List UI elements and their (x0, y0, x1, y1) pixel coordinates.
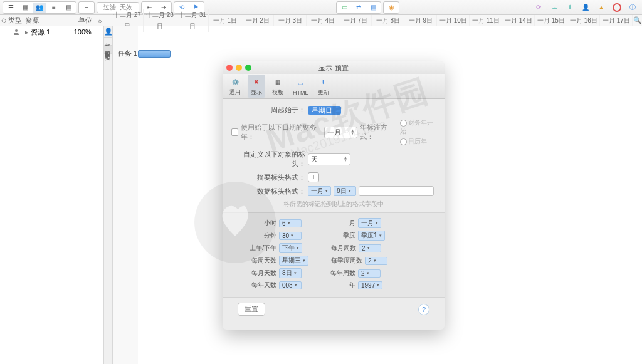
col-util-header[interactable]: ⟐ (96, 17, 104, 24)
date-cell: 一月 4日 (307, 15, 339, 26)
html-icon: ▭ (294, 77, 307, 90)
date-cell: 一月 2日 (241, 15, 274, 26)
date-cell: 一月 3日 (274, 15, 307, 26)
view-people-icon[interactable]: 👥 (33, 3, 46, 13)
side-tab-header (104, 15, 111, 26)
token-month[interactable]: 一月▾ (358, 218, 381, 228)
date-cell: 一月 17日 (600, 15, 633, 26)
custom-scale-select[interactable]: 天▲▼ (308, 153, 350, 165)
shuffle-icon[interactable]: ⇄ (352, 3, 366, 13)
col-resource-header[interactable]: 资源 (24, 16, 71, 25)
week-start-select[interactable]: 星期日 (308, 106, 341, 115)
date-cell: 一月 14日 (502, 15, 535, 26)
token-monthweek[interactable]: 2▾ (359, 244, 381, 252)
sync-icon[interactable]: ⟳ (532, 3, 545, 13)
week-start-label: 周起始于： (231, 105, 305, 115)
stack-icon[interactable]: ▤ (366, 3, 380, 13)
token-hour[interactable]: 6▾ (279, 219, 302, 227)
view-switcher: ☰ ▦ 👥 ≡ ▤ (3, 1, 76, 14)
date-cell: 一月 11日 (470, 15, 502, 26)
format-tokens-grid: 小时 6▾ 月 一月▾ 分钟 30▾ 季度 季度1▾ 上午/下午 下午▾ 每月周… (223, 212, 445, 298)
add-summary-format-button[interactable]: + (308, 172, 319, 182)
tab-templates[interactable]: ▦ 模板 (269, 75, 287, 98)
data-format-day[interactable]: 8日▾ (334, 186, 356, 196)
token-ampm[interactable]: 下午▾ (279, 243, 302, 253)
radio-fiscal[interactable]: 财务年开始 (400, 118, 436, 136)
tab-display[interactable]: ✖︎ 显示 (248, 75, 265, 98)
cloud-download-icon[interactable]: ☁ (547, 3, 561, 13)
gear-icon: ⚙️ (229, 76, 241, 88)
fiscal-checkbox[interactable] (231, 128, 238, 136)
token-monthday[interactable]: 8日▾ (279, 268, 302, 278)
resource-row[interactable]: ▸ 资源 1 100% (0, 26, 103, 38)
modal-title: 显示 预置 (223, 63, 445, 73)
data-format-input[interactable] (359, 186, 434, 196)
resource-unit: 100% (71, 28, 95, 36)
data-format-label: 数据标头格式： (231, 187, 305, 196)
warning-icon[interactable]: ▲ (594, 3, 608, 13)
token-yearweek[interactable]: 2▾ (358, 269, 381, 278)
col-unit-header[interactable]: 单位 (71, 16, 95, 25)
side-tabs: 👤 一隐藏 实则跟踪 (104, 26, 113, 364)
search-header[interactable]: 🔍 (633, 15, 642, 26)
right-group-2: ◉ (383, 1, 399, 14)
minus-icon[interactable]: − (80, 3, 93, 13)
cloud-upload-icon[interactable]: ⬆ (563, 3, 577, 13)
person-icon[interactable]: 👤 (579, 3, 592, 13)
view-list-icon[interactable]: ☰ (4, 3, 18, 13)
view-bars-icon[interactable]: ≡ (47, 3, 61, 13)
tab-update[interactable]: ⬇ 更新 (315, 75, 332, 98)
tab-general[interactable]: ⚙️ 通用 (226, 75, 244, 98)
fiscal-month-spinner[interactable]: 一月▲▼ (324, 127, 357, 138)
modal-footer: 重置 ? (231, 303, 436, 322)
token-yearday[interactable]: 008▾ (279, 281, 302, 289)
left-columns-header: ◇ 类型 资源 单位 ⟐ (0, 15, 104, 26)
date-cell: 一月 10日 (437, 15, 470, 26)
radio-calendar[interactable]: 日历年 (400, 137, 436, 146)
side-tab-hidden[interactable]: 一隐藏 (104, 38, 112, 46)
year-label-mode-label: 年标注方式： (360, 123, 397, 142)
preferences-modal: 显示 预置 ⚙️ 通用 ✖︎ 显示 ▦ 模板 ▭ HTML ⬇ 更新 周起始于：… (223, 61, 445, 330)
drag-hint: 将所需的标记拖到以上的格式字段中 (231, 200, 436, 209)
date-cell: 一月 8日 (372, 15, 404, 26)
token-quarterweek[interactable]: 2▾ (365, 257, 387, 265)
task-bar[interactable] (138, 50, 171, 58)
date-cell: 一月 7日 (339, 15, 372, 26)
date-cell: 一月 15日 (535, 15, 567, 26)
date-cell: 一月 9日 (404, 15, 437, 26)
display-icon: ✖︎ (250, 76, 263, 88)
resource-name: ▸ 资源 1 (24, 28, 71, 37)
svg-point-0 (15, 29, 18, 32)
custom-scale-label: 自定义以下对象的标头： (231, 150, 305, 169)
tab-html[interactable]: ▭ HTML (290, 76, 311, 97)
token-year[interactable]: 1997▾ (358, 281, 382, 289)
side-tab-actual[interactable]: 实则跟踪 (104, 46, 112, 54)
fiscal-label: 使用始于以下日期的财务年： (241, 123, 322, 142)
modal-body: 周起始于： 星期日▾ 使用始于以下日期的财务年： 一月▲▼ 年标注方式： 财务年… (223, 99, 445, 330)
token-weekday[interactable]: 星期三▾ (279, 256, 308, 266)
summary-format-label: 摘要标头格式： (231, 173, 305, 182)
token-minute[interactable]: 30▾ (279, 232, 302, 240)
view-calendar-icon[interactable]: ▤ (61, 3, 75, 13)
record-icon[interactable] (610, 3, 624, 13)
person-type-icon (13, 29, 19, 35)
card-icon[interactable]: ▭ (337, 3, 351, 13)
camera-icon[interactable]: ◉ (384, 3, 398, 13)
resource-panel: ▸ 资源 1 100% (0, 26, 104, 364)
info-icon[interactable]: ⓘ (626, 3, 639, 13)
gantt-date-header: 十二月 27日十二月 28日十二月 31日一月 1日一月 2日一月 3日一月 4… (111, 15, 633, 26)
modal-titlebar[interactable]: 显示 预置 (223, 61, 445, 74)
data-format-month[interactable]: 一月▾ (308, 186, 331, 196)
template-icon: ▦ (271, 76, 284, 88)
col-marker: ◇ (0, 16, 7, 24)
date-cell: 一月 16日 (567, 15, 600, 26)
top-toolbar: ☰ ▦ 👥 ≡ ▤ − 过滤: 无效 ⇤ ⇥ ⟲ ⚑ ▭ ⇄ ▤ ◉ ⟳ ☁ ⬆… (0, 0, 642, 15)
task-label: 任务 1 (118, 49, 137, 58)
help-button[interactable]: ? (418, 304, 429, 315)
view-columns-icon[interactable]: ▦ (18, 3, 32, 13)
modal-toolbar: ⚙️ 通用 ✖︎ 显示 ▦ 模板 ▭ HTML ⬇ 更新 (223, 74, 445, 99)
reset-button[interactable]: 重置 (238, 303, 265, 316)
col-type-header[interactable]: 类型 (7, 16, 24, 25)
token-quarter[interactable]: 季度1▾ (358, 231, 385, 241)
download-icon: ⬇ (317, 76, 330, 88)
